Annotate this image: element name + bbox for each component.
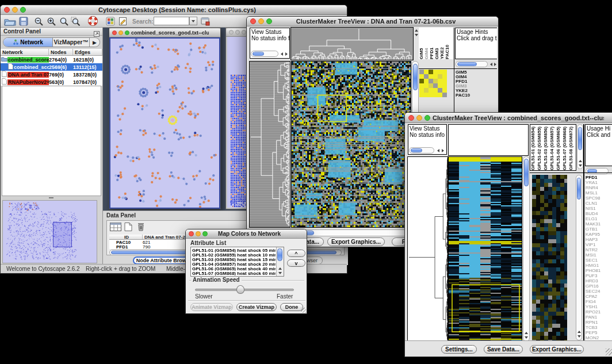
treeview1-zoom-heatmap[interactable] bbox=[419, 70, 447, 97]
minimize-button[interactable] bbox=[235, 30, 240, 35]
scroll-up-icon[interactable] bbox=[415, 29, 418, 32]
treeview2-zoom-scrollbar[interactable] bbox=[576, 175, 582, 340]
scroll-left-icon[interactable] bbox=[490, 63, 492, 66]
minimize-button[interactable] bbox=[12, 7, 18, 13]
close-button[interactable] bbox=[4, 7, 10, 13]
create-attribute-icon[interactable] bbox=[124, 223, 132, 233]
move-down-button[interactable]: v bbox=[287, 259, 305, 267]
attribute-option[interactable]: GPL51-03 (GSM856) heat shock 15 min bbox=[192, 257, 276, 262]
animate-vizmap-button[interactable]: Animate Vizmap bbox=[190, 303, 233, 311]
viewport-selection-rect[interactable] bbox=[53, 222, 72, 247]
minimize-button[interactable] bbox=[196, 231, 201, 236]
minimize-button[interactable] bbox=[258, 18, 264, 24]
network1-canvas[interactable] bbox=[110, 39, 220, 209]
zoom-fit-icon[interactable] bbox=[59, 17, 69, 28]
create-vizmap-button[interactable]: Create Vizmap bbox=[236, 303, 277, 311]
scrollbar-thumb[interactable] bbox=[411, 148, 422, 152]
scroll-up-icon[interactable] bbox=[577, 331, 581, 333]
scroll-down-icon[interactable] bbox=[525, 336, 528, 339]
scrollbar-thumb[interactable] bbox=[524, 159, 529, 186]
attribute-option[interactable]: GPL51-01 (GSM854) heat shock 05 min bbox=[192, 248, 276, 252]
column-dendrogram-canvas[interactable] bbox=[291, 28, 413, 60]
maximize-button[interactable] bbox=[266, 18, 272, 24]
scroll-right-icon[interactable] bbox=[285, 52, 288, 56]
treeview1-row-dendrogram[interactable] bbox=[249, 61, 290, 228]
scrollbar-thumb[interactable] bbox=[253, 52, 264, 56]
heatmap-canvas[interactable] bbox=[292, 62, 411, 227]
scroll-up-icon[interactable] bbox=[278, 267, 282, 270]
listbox-vscrollbar[interactable] bbox=[276, 247, 284, 276]
scroll-down-icon[interactable] bbox=[278, 272, 282, 274]
scroll-right-icon[interactable] bbox=[442, 149, 444, 152]
scroll-up-icon[interactable] bbox=[525, 332, 528, 334]
dialog-title-bar[interactable]: Map Colors to Network bbox=[186, 229, 307, 239]
scroll-right-icon[interactable] bbox=[494, 63, 496, 66]
treeview1-column-dendrogram[interactable] bbox=[290, 27, 414, 60]
tab-vizmapper[interactable]: VizMapper™ bbox=[53, 38, 90, 47]
treeview2-title-bar[interactable]: ClusterMaker TreeView : combined_scores_… bbox=[405, 113, 612, 123]
network-row-combined-scores[interactable]: combined_scores 2764(0) 16218(0) bbox=[1, 56, 102, 63]
scroll-down-icon[interactable] bbox=[577, 335, 581, 338]
export-graphics-button[interactable]: Export Graphics... bbox=[327, 237, 385, 246]
search-input[interactable] bbox=[154, 17, 189, 25]
scrollbar-thumb[interactable] bbox=[578, 127, 582, 150]
resize-grip[interactable] bbox=[606, 348, 612, 355]
treeview2-row-dendrogram[interactable] bbox=[407, 156, 448, 342]
maximize-button[interactable] bbox=[242, 30, 246, 35]
birds-eye-view[interactable] bbox=[2, 200, 97, 263]
scrollbar-thumb[interactable] bbox=[413, 64, 418, 90]
search-dropdown-button[interactable] bbox=[189, 17, 197, 25]
attribute-listbox[interactable]: GPL51-01 (GSM854) heat shock 05 minGPL51… bbox=[190, 247, 284, 277]
slider-thumb[interactable] bbox=[236, 285, 244, 294]
scroll-down-icon[interactable] bbox=[415, 34, 418, 36]
done-button[interactable]: Done bbox=[280, 303, 303, 311]
row-dendrogram-canvas[interactable] bbox=[408, 157, 447, 341]
column-header-network[interactable]: Network bbox=[1, 49, 49, 55]
scroll-left-icon[interactable] bbox=[437, 149, 439, 152]
network1-canvas-wrap[interactable] bbox=[109, 37, 220, 209]
resize-grip[interactable] bbox=[301, 308, 306, 313]
scrollbar-thumb[interactable] bbox=[457, 62, 477, 66]
birds-eye-canvas[interactable] bbox=[3, 201, 97, 263]
settings-button[interactable]: Settings... bbox=[441, 345, 477, 354]
scrollbar-thumb[interactable] bbox=[577, 178, 581, 200]
scrollbar-thumb[interactable] bbox=[277, 248, 282, 261]
attribute-option[interactable]: GPL51-06 (GSM865) heat shock 40 min bbox=[192, 266, 276, 271]
tab-overflow-button[interactable]: ▶ bbox=[90, 38, 100, 47]
treeview2-vscrollbar[interactable] bbox=[523, 156, 530, 342]
treeview1-hints-scrollbar[interactable] bbox=[456, 61, 488, 67]
maximize-button[interactable] bbox=[202, 231, 208, 236]
save-data-button[interactable]: Save Data... bbox=[484, 345, 523, 354]
vizmap-tool-icon[interactable] bbox=[106, 17, 115, 28]
select-attributes-icon[interactable] bbox=[110, 223, 121, 233]
annotation-icon[interactable] bbox=[118, 17, 128, 28]
maximize-button[interactable] bbox=[424, 115, 430, 121]
main-title-bar[interactable]: Cytoscape Desktop (Session Name: collins… bbox=[1, 5, 347, 15]
network-row-dna-tran[interactable]: DNA and Tran 07 769(0) 183728(0) bbox=[1, 71, 102, 78]
treeview2-hints-scrollbar[interactable] bbox=[586, 168, 609, 174]
close-button[interactable] bbox=[189, 231, 194, 236]
open-session-icon[interactable] bbox=[4, 17, 16, 28]
treeview1-heatmap[interactable] bbox=[291, 61, 411, 228]
attribute-option[interactable]: GPL51-02 (GSM855) heat shock 10 min bbox=[192, 252, 276, 257]
zoom-heatmap-canvas[interactable] bbox=[532, 175, 567, 340]
treeview2-column-dendrogram[interactable] bbox=[448, 124, 529, 156]
maximize-button[interactable] bbox=[125, 30, 129, 35]
scroll-left-icon[interactable] bbox=[281, 52, 283, 56]
save-session-icon[interactable] bbox=[19, 17, 28, 28]
zoom-out-icon[interactable] bbox=[34, 17, 44, 28]
network1-title-bar[interactable]: combined_scores_good.txt--cluste... bbox=[109, 28, 220, 37]
export-graphics-button[interactable]: Export Graphics... bbox=[530, 345, 584, 354]
panel-divider[interactable] bbox=[1, 196, 102, 200]
animation-speed-slider-track[interactable] bbox=[195, 289, 294, 291]
search-config-icon[interactable] bbox=[201, 17, 211, 28]
network-row-rnapuber[interactable]: RNAPuberNov2+ 563(0) 107847(0) bbox=[1, 78, 102, 86]
treeview1-status-scrollbar[interactable] bbox=[251, 51, 278, 57]
help-icon[interactable] bbox=[88, 16, 98, 28]
heatmap-canvas[interactable] bbox=[449, 157, 522, 341]
close-button[interactable] bbox=[250, 18, 256, 24]
attribute-option[interactable]: GPL51-04 (GSM857) heat shock 20 min bbox=[192, 262, 276, 266]
treeview1-title-bar[interactable]: ClusterMaker TreeView : DNA and Tran 07-… bbox=[247, 17, 498, 26]
minimize-button[interactable] bbox=[118, 30, 123, 35]
close-button[interactable] bbox=[229, 30, 234, 35]
